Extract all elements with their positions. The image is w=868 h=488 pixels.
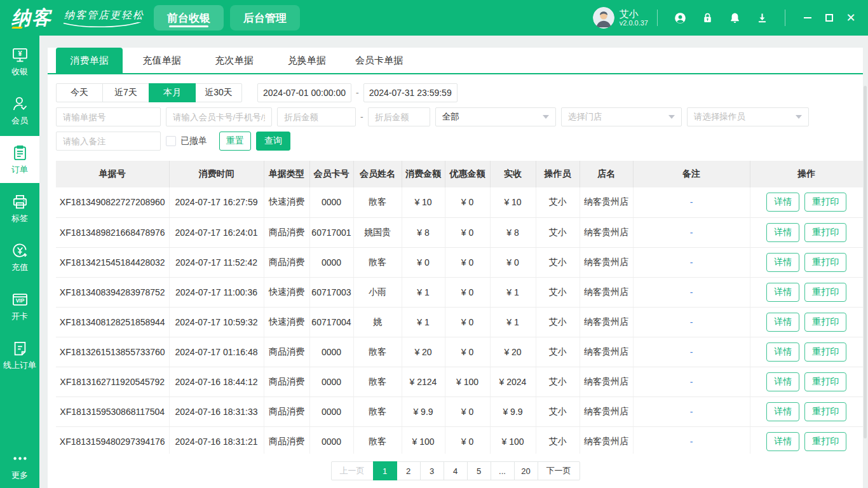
page-ellipsis[interactable]: ... [491,461,515,480]
reprint-button[interactable]: 重打印 [804,402,846,421]
cell-actions: 详情重打印 [750,426,863,454]
column-header: 操作 [750,161,863,187]
top-nav-tab[interactable]: 后台管理 [230,5,300,30]
sidebar-item-label: 更多 [11,470,28,481]
lock-button[interactable] [701,11,714,25]
reprint-button[interactable]: 重打印 [804,372,846,391]
detail-button[interactable]: 详情 [766,342,799,362]
cell-type: 商品消费 [264,426,309,454]
search-button[interactable]: 查询 [256,132,290,151]
reprint-button[interactable]: 重打印 [804,313,846,332]
cell-operator: 艾小 [536,426,580,454]
remark-input[interactable] [56,132,161,151]
prev-page-button[interactable]: 上一页 [331,461,374,480]
column-header: 店名 [580,161,633,187]
page-button[interactable]: 4 [444,461,468,480]
detail-button[interactable]: 详情 [766,432,799,451]
reprint-button[interactable]: 重打印 [804,223,846,242]
next-page-button[interactable]: 下一页 [538,461,580,480]
page-button[interactable]: 3 [420,461,444,480]
detail-button[interactable]: 详情 [766,313,799,332]
tab-item[interactable]: 会员卡单据 [346,48,412,73]
cell-card-no: 60717001 [309,217,353,247]
sidebar-item-online-order[interactable]: 线上订单 [0,332,39,379]
minimize-button[interactable] [797,7,818,29]
detail-button[interactable]: 详情 [766,223,799,242]
table-row: XF18131595308681175042024-07-16 18:31:33… [56,396,863,426]
cell-type: 商品消费 [264,367,309,396]
sidebar-item-label-printer[interactable]: 标签 [0,185,39,232]
amount-min-input[interactable] [277,107,356,126]
svg-text:¥: ¥ [18,49,22,57]
page-button[interactable]: 1 [373,461,397,480]
sidebar-item-recharge[interactable]: 充值 [0,234,39,281]
page-button[interactable]: 2 [397,461,421,480]
quick-range-button[interactable]: 近30天 [195,83,242,102]
sidebar-item-member[interactable]: 会员 [0,87,39,134]
quick-range-button[interactable]: 今天 [56,83,103,102]
topbar: 纳客 纳客管店更轻松 前台收银后台管理 艾小 v2.0.0.37 ✕ [0,0,868,36]
operator-select[interactable]: 请选择操作员 [687,107,809,126]
orders-table: 单据号消费时间单据类型会员卡号会员姓名消费金额优惠金额实收操作员店名备注操作 X… [56,161,863,454]
order-no-input[interactable] [56,107,161,126]
reset-button[interactable]: 重置 [219,132,251,151]
quick-range-button[interactable]: 近7天 [102,83,149,102]
download-button[interactable] [756,11,769,25]
scrollbar-thumb[interactable] [864,86,867,438]
cell-store: 纳客贵州店 [580,277,633,307]
date-start-input[interactable] [257,83,351,102]
amount-separator: - [360,112,363,122]
detail-button[interactable]: 详情 [766,372,799,391]
reprint-button[interactable]: 重打印 [804,253,846,272]
tagline-text: 纳客管店更轻松 [64,9,144,22]
topbar-divider [657,10,658,26]
maximize-button[interactable] [818,7,840,29]
filter-row-fields: - 全部 选择门店 请选择操作员 [56,107,863,126]
filter-panel: 今天近7天本月近30天 - - 全部 选择门店 [48,74,863,151]
detail-button[interactable]: 详情 [766,402,799,421]
detail-button[interactable]: 详情 [766,283,799,302]
cell-store: 纳客贵州店 [580,307,633,337]
sidebar-item-vip-card[interactable]: VIP开卡 [0,283,39,330]
download-icon [756,11,769,25]
sidebar-item-cashier[interactable]: ¥收银 [0,38,39,85]
svg-text:VIP: VIP [15,297,24,304]
amount-max-input[interactable] [368,107,430,126]
page-button[interactable]: 20 [514,461,538,480]
type-select[interactable]: 全部 [435,107,556,126]
app-logo: 纳客 [11,8,52,27]
store-select[interactable]: 选择门店 [561,107,682,126]
table-row: XF18131594802973941762024-07-16 18:31:21… [56,426,863,454]
avatar-person-icon [593,7,614,29]
top-nav-active[interactable]: 前台收银 [154,5,224,30]
tab-item[interactable]: 充次单据 [201,48,268,73]
support-button[interactable] [674,11,687,25]
avatar[interactable] [593,7,614,29]
reprint-button[interactable]: 重打印 [804,283,846,302]
cell-store: 纳客贵州店 [580,396,633,426]
tab-item[interactable]: 兑换单据 [273,48,340,73]
notification-button[interactable] [728,11,742,25]
top-nav: 前台收银后台管理 [154,0,306,36]
date-end-input[interactable] [363,83,458,102]
cell-actions: 详情重打印 [750,187,863,217]
sidebar-item-more[interactable]: 更多 [0,447,39,483]
detail-button[interactable]: 详情 [766,193,799,212]
cell-time: 2024-07-16 18:44:12 [169,367,264,396]
sidebar-item-order[interactable]: 订单 [0,136,39,183]
reprint-button[interactable]: 重打印 [804,193,846,212]
detail-button[interactable]: 详情 [766,253,799,272]
revoked-checkbox[interactable] [166,136,176,146]
column-header: 会员姓名 [353,161,402,187]
quick-range-button[interactable]: 本月 [149,83,196,102]
reprint-button[interactable]: 重打印 [804,432,846,451]
reprint-button[interactable]: 重打印 [804,342,846,362]
tab-item[interactable]: 充值单据 [128,48,195,73]
tab-active[interactable]: 消费单据 [56,48,123,73]
member-search-input[interactable] [166,107,272,126]
page-button[interactable]: 5 [467,461,491,480]
sidebar-item-label: 订单 [11,164,28,175]
close-button[interactable]: ✕ [840,7,862,29]
cell-order-no: XF1813159480297394176 [56,426,169,454]
cell-discount: ¥ 0 [445,337,490,367]
